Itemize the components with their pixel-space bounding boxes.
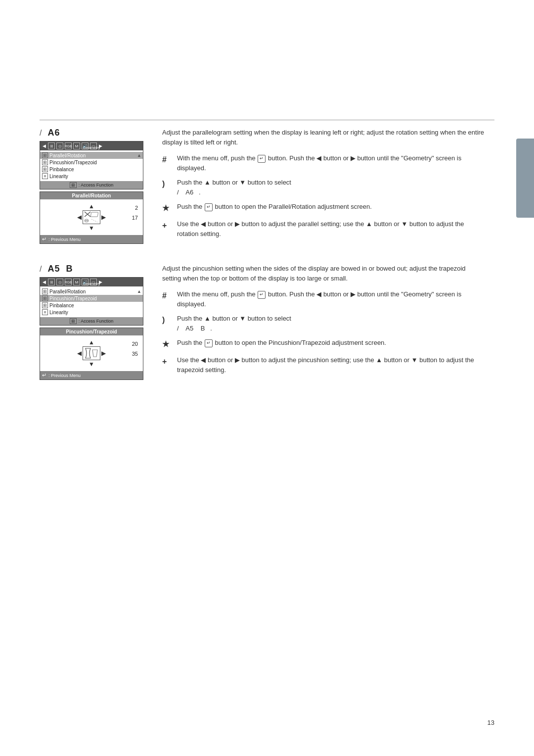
step-icon-star-2: ★ xyxy=(162,338,172,350)
menu-item-pincushion: ⊞ Pincushion/Trapezoid xyxy=(40,159,143,166)
section1-access-bar: ⊞ : Access Function xyxy=(40,181,143,189)
top-rule-line xyxy=(40,120,494,120)
section1-steps: # With the menu off, push the ↵ button. … xyxy=(162,153,485,238)
section1-step1: # With the menu off, push the ↵ button. … xyxy=(162,153,485,173)
step1-text-2: With the menu off, push the ↵ button. Pu… xyxy=(177,289,485,309)
icon-back: ◀ xyxy=(43,143,46,148)
step-icon-paren-2: ) xyxy=(162,314,172,326)
menu-item-pincushion-2: ⊞ Pincushion/Trapezoid xyxy=(40,295,143,302)
section2-menu-items: ⊞ Parallel/Rotation ▲ ⊞ Pincushion/Trape… xyxy=(40,286,143,317)
menu-item-icon-2-3: ⊞ xyxy=(42,302,48,308)
section2-title-b: B xyxy=(66,264,73,274)
menu-item-label-1: Parallel/Rotation xyxy=(49,153,86,158)
pincushion-svg xyxy=(84,347,99,360)
adj-num1: 2 xyxy=(135,205,138,211)
btn-enter-icon: ↵ xyxy=(258,155,266,163)
step-icon-plus-2: + xyxy=(162,356,172,368)
icon-m-2: M xyxy=(73,279,80,285)
step4-text-2: Use the ◀ button or ▶ button to adjust t… xyxy=(177,355,485,375)
section2-slash: / xyxy=(40,265,42,274)
menu-item-parallel: ⊞ Parallel/Rotation ▲ xyxy=(40,152,143,159)
adj-num2-2: 35 xyxy=(132,351,138,357)
section2-prev-menu: ↵ : Previous Menu xyxy=(40,371,143,379)
section1-menu-label: Geometry xyxy=(83,145,100,150)
section2-left: / A5 B ◀ ⊞ ◎ RGB M 🔊 ▭ ▶ Geometry xyxy=(40,264,148,380)
section1-right: Adjust the parallelogram setting when th… xyxy=(162,128,485,244)
step-icon-paren-1: ) xyxy=(162,178,172,190)
step3-text-1: Push the ↵ button to open the Parallel/R… xyxy=(177,202,485,212)
section1-menu-box: ◀ ⊞ ◎ RGB M 🔊 ▭ ▶ Geometry ⊞ Parallel/Ro… xyxy=(40,141,143,189)
section2-adj-box: Pincushion/Trapezoid 20 35 ▲ ◀ xyxy=(40,328,143,380)
menu-item-label-2-3: Pinbalance xyxy=(49,303,74,308)
section2-adj-arrows: ▲ ◀ xyxy=(77,339,106,367)
access-label-1: : Access Function xyxy=(79,183,114,188)
section1-adj-content: 2 17 ▲ ◀ xyxy=(40,199,143,235)
menu-item-label-4: Linearity xyxy=(49,174,68,179)
arrow-right-1: ▶ xyxy=(101,214,106,221)
btn-enter-icon-4: ↵ xyxy=(205,339,213,347)
section-parallel-rotation: / A6 ◀ ⊞ ◎ RGB M 🔊 ▭ ▶ Geometry xyxy=(40,128,485,244)
step2-text-1: Push the ▲ button or ▼ button to select … xyxy=(177,178,485,197)
menu-item-label-2-2: Pincushion/Trapezoid xyxy=(49,296,97,301)
section2-adj-title: Pincushion/Trapezoid xyxy=(40,328,143,335)
step-icon-hash-2: # xyxy=(162,290,172,302)
section2-right: Adjust the pincushion setting when the s… xyxy=(162,264,485,380)
arrow-right-2: ▶ xyxy=(101,350,106,357)
section1-title-text: A6 xyxy=(47,128,60,138)
step1-text-1: With the menu off, push the ↵ button. Pu… xyxy=(177,153,485,173)
menu-item-icon-4: ≡ xyxy=(42,173,48,179)
section2-step3: ★ Push the ↵ button to open the Pincushi… xyxy=(162,338,485,350)
arrow-down-1: ▼ xyxy=(89,225,94,231)
page-tab xyxy=(516,139,534,218)
icon-grid: ⊞ xyxy=(48,142,55,149)
access-label-2: : Access Function xyxy=(79,319,114,324)
menu-item-icon-2-4: ≡ xyxy=(42,309,48,315)
access-icon-2: ⊞ xyxy=(70,318,77,324)
step-icon-star-1: ★ xyxy=(162,202,172,214)
step-icon-hash-1: # xyxy=(162,154,172,166)
arrow-left-2: ◀ xyxy=(77,350,82,357)
section2-step4: + Use the ◀ button or ▶ button to adjust… xyxy=(162,355,485,375)
prev-menu-icon-1: ↵ xyxy=(42,236,46,242)
section2-menu-box: ◀ ⊞ ◎ RGB M 🔊 ▭ ▶ Geometry ⊞ Parallel/Ro… xyxy=(40,277,143,326)
svg-rect-2 xyxy=(90,212,98,217)
icon-grid-2: ⊞ xyxy=(48,279,55,285)
menu-item-icon-2: ⊞ xyxy=(42,159,48,165)
prev-menu-label-2: : Previous Menu xyxy=(48,373,81,378)
menu-item-icon-2-1: ⊞ xyxy=(42,288,48,294)
step3-text-2: Push the ↵ button to open the Pincushion… xyxy=(177,338,485,348)
section1-slash: / xyxy=(40,129,42,138)
arrow-up-1: ▲ xyxy=(89,203,94,209)
section1-menu-items: ⊞ Parallel/Rotation ▲ ⊞ Pincushion/Trape… xyxy=(40,150,143,181)
section1-desc: Adjust the parallelogram setting when th… xyxy=(162,128,485,147)
section2-step1: # With the menu off, push the ↵ button. … xyxy=(162,289,485,309)
prev-menu-label-1: : Previous Menu xyxy=(48,237,81,242)
section2-title-text: A5 B xyxy=(47,264,73,274)
step2-text-2: Push the ▲ button or ▼ button to select … xyxy=(177,314,485,333)
prev-menu-icon-2: ↵ xyxy=(42,372,46,378)
adj-num2: 17 xyxy=(132,215,138,221)
section1-step2: ) Push the ▲ button or ▼ button to selec… xyxy=(162,178,485,197)
menu-item-linearity-2: ≡ Linearity xyxy=(40,309,143,316)
section1-left: / A6 ◀ ⊞ ◎ RGB M 🔊 ▭ ▶ Geometry xyxy=(40,128,148,244)
section2-adj-content: 20 35 ▲ ◀ xyxy=(40,335,143,371)
parallelogram-svg xyxy=(84,211,99,224)
step4-text-1: Use the ◀ button or ▶ button to adjust t… xyxy=(177,219,485,238)
menu-item-label-2-4: Linearity xyxy=(49,310,68,315)
section2-title-a5: A5 xyxy=(47,264,60,274)
page-number: 13 xyxy=(488,719,494,726)
svg-line-3 xyxy=(91,219,97,222)
section2-menu-topbar: ◀ ⊞ ◎ RGB M 🔊 ▭ ▶ Geometry xyxy=(40,278,143,286)
menu-item-label-2-1: Parallel/Rotation xyxy=(49,289,86,294)
section2-step2: ) Push the ▲ button or ▼ button to selec… xyxy=(162,314,485,333)
arrow-down-2: ▼ xyxy=(89,361,94,367)
btn-enter-icon-2: ↵ xyxy=(205,203,213,211)
section2-menu-label: Geometry xyxy=(83,282,100,286)
section2-access-bar: ⊞ : Access Function xyxy=(40,317,143,325)
section1-menu-topbar: ◀ ⊞ ◎ RGB M 🔊 ▭ ▶ Geometry xyxy=(40,142,143,150)
btn-enter-icon-3: ↵ xyxy=(258,291,266,299)
scroll-indicator-1: ▲ xyxy=(137,153,141,158)
section1-adj-arrows: ▲ ◀ xyxy=(77,203,106,231)
menu-item-icon-3: ⊞ xyxy=(42,166,48,172)
section2-desc: Adjust the pincushion setting when the s… xyxy=(162,264,485,284)
